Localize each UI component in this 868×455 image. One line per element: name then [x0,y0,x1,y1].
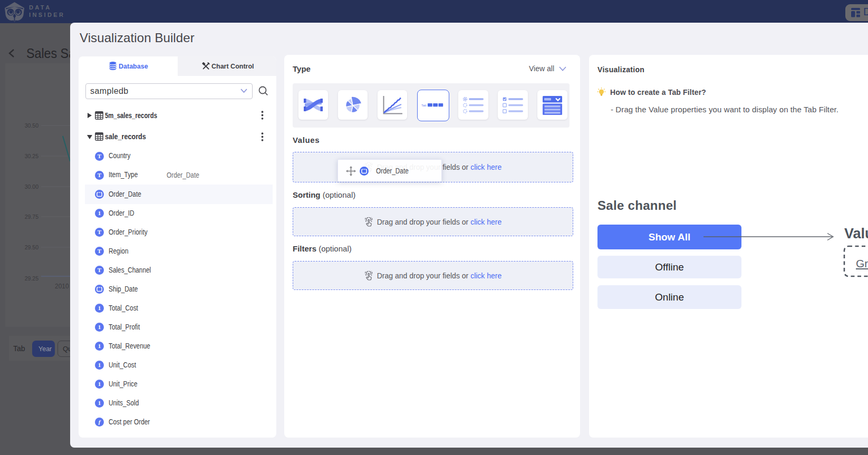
svg-text:1: 1 [98,400,101,406]
svg-text:30.00: 30.00 [25,183,38,190]
svg-text:1: 1 [98,210,101,216]
svg-text:T: T [98,229,102,235]
svg-text:T: T [98,172,102,178]
svg-text:2010: 2010 [55,283,69,290]
svg-text:1: 1 [98,305,101,311]
svg-text:T: T [98,248,102,254]
svg-text:T: T [98,267,102,273]
svg-text:T: T [98,153,102,159]
svg-text:30.25: 30.25 [25,153,38,159]
svg-text:29.75: 29.75 [25,214,38,220]
svg-text:1: 1 [98,362,101,368]
svg-text:29.50: 29.50 [25,244,38,250]
svg-text:30.50: 30.50 [25,122,38,129]
svg-text:29.25: 29.25 [25,275,38,282]
svg-text:1: 1 [98,381,101,387]
svg-text:1: 1 [98,343,101,349]
svg-text:1: 1 [98,324,101,330]
